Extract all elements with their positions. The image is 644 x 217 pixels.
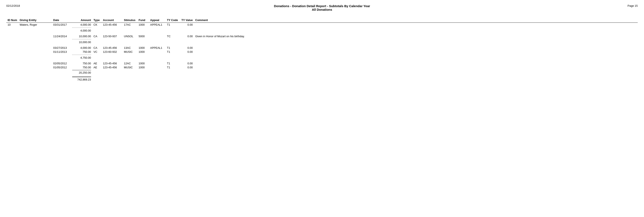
- dashed-spacer: [6, 38, 71, 40]
- subtotal-row-2017: 4,000.00: [6, 29, 638, 33]
- cell-fund: 1000: [138, 23, 149, 27]
- spacer-row: [6, 60, 638, 61]
- col-header-fund: Fund: [138, 18, 149, 23]
- table-row: 10 Waters, Roger 03/31/2017 4,000.00 CK …: [6, 23, 638, 27]
- col-header-entity: Giving Entity: [18, 18, 52, 23]
- subtotal-row-2013: 4,750.00: [6, 56, 638, 60]
- cell-appeal: [149, 34, 166, 38]
- col-header-type: Type: [92, 18, 102, 23]
- grand-total-value-row: 742,869.23: [6, 78, 638, 82]
- cell-tyvalue: 0.00: [180, 50, 194, 54]
- cell-type: AE: [92, 65, 102, 69]
- spacer-row: [6, 33, 638, 34]
- cell-account: 123-45-456: [102, 61, 123, 65]
- empty-cell: [92, 76, 638, 78]
- cell-tycode: T1: [166, 46, 180, 50]
- cell-appeal: [149, 50, 166, 54]
- subtotal-2014: 10,000.00: [71, 40, 92, 44]
- cell-comment: [194, 46, 638, 50]
- subtotal-label-space: [6, 29, 71, 33]
- cell-date: 01/05/2012: [52, 65, 71, 69]
- dashed-spacer: [6, 27, 71, 29]
- cell-account: 123-45-456: [102, 46, 123, 50]
- cell-comment: [194, 65, 638, 69]
- cell-stimulus: MUSIC: [123, 65, 138, 69]
- cell-date: 02/05/2012: [52, 61, 71, 65]
- dashed-line-cell: [71, 38, 92, 40]
- report-date: 02/12/2018: [6, 4, 27, 7]
- empty-cell: [92, 40, 638, 44]
- col-header-account: Account: [102, 18, 123, 23]
- col-header-stimulus: Stimulus: [123, 18, 138, 23]
- report-page: Page 15: [617, 4, 638, 7]
- table-row: 11/24/2014 10,000.00 CA 123-50-937 UNSOL…: [6, 34, 638, 38]
- col-header-tycode: TY Code: [166, 18, 180, 23]
- dashed-line-cell: [71, 54, 92, 56]
- dashed-spacer: [6, 54, 71, 56]
- table-row: 03/27/2013 4,000.00 CA 123-45-456 13AC 1…: [6, 46, 638, 50]
- grand-total-label-space: [6, 76, 71, 78]
- cell-date: 03/27/2013: [52, 46, 71, 50]
- spacer-row: [6, 44, 638, 46]
- col-header-idnum: ID Num: [6, 18, 18, 23]
- cell-account: 123-60-932: [102, 50, 123, 54]
- col-header-appeal: Appeal: [149, 18, 166, 23]
- empty-cell: [92, 78, 638, 82]
- cell-tyvalue: 0.00: [180, 46, 194, 50]
- cell-tycode: T1: [166, 65, 180, 69]
- table-row: 01/11/2013 750.00 VC 123-60-932 MUSIC 10…: [6, 50, 638, 54]
- entity-total-value-row: 20,250.00: [6, 71, 638, 75]
- cell-account: 123-50-937: [102, 34, 123, 38]
- cell-account: 123-45-456: [102, 65, 123, 69]
- grand-total-value: 742,869.23: [71, 78, 92, 82]
- cell-account: 123-45-456: [102, 23, 123, 27]
- dashed-line-row: [6, 38, 638, 40]
- cell-entity: [18, 61, 52, 65]
- empty-cell: [92, 29, 638, 33]
- cell-tycode: T1: [166, 23, 180, 27]
- cell-amount: 750.00: [71, 61, 92, 65]
- cell-tyvalue: 0.00: [180, 61, 194, 65]
- dashed-line-cell: [71, 27, 92, 29]
- dashed-line-row: [6, 27, 638, 29]
- column-header-row: ID Num Giving Entity Date Amount Type Ac…: [6, 18, 638, 23]
- subtotal-label-space: [6, 56, 71, 60]
- cell-fund: 1000: [138, 61, 149, 65]
- cell-type: CK: [92, 23, 102, 27]
- cell-fund: 1000: [138, 65, 149, 69]
- grand-total-value-space: [6, 78, 71, 82]
- grand-total-row: [6, 76, 638, 78]
- dashed-line-row: [6, 54, 638, 56]
- empty-cell: [92, 71, 638, 75]
- cell-appeal: APPEAL1: [149, 46, 166, 50]
- empty-cell: [92, 56, 638, 60]
- cell-idnum: [6, 65, 18, 69]
- cell-entity: Waters, Roger: [18, 23, 52, 27]
- report-title-line2: All Donations: [27, 8, 617, 11]
- empty-cell: [92, 27, 638, 29]
- cell-idnum: 10: [6, 23, 18, 27]
- subtotal-2017: 4,000.00: [71, 29, 92, 33]
- report-title: Donations - Donation Detail Report - Sub…: [27, 4, 617, 11]
- cell-type: AE: [92, 61, 102, 65]
- cell-type: VC: [92, 50, 102, 54]
- cell-comment: [194, 61, 638, 65]
- cell-amount: 750.00: [71, 50, 92, 54]
- cell-tyvalue: 0.00: [180, 65, 194, 69]
- cell-fund: 1000: [138, 46, 149, 50]
- cell-entity: [18, 34, 52, 38]
- cell-date: 01/11/2013: [52, 50, 71, 54]
- entity-total-value-space: [6, 71, 71, 75]
- cell-idnum: [6, 61, 18, 65]
- cell-amount: 10,000.00: [71, 34, 92, 38]
- cell-entity: [18, 50, 52, 54]
- cell-stimulus: MUSIC: [123, 50, 138, 54]
- cell-idnum: [6, 46, 18, 50]
- cell-tyvalue: 0.00: [180, 23, 194, 27]
- col-header-amount: Amount: [71, 18, 92, 23]
- cell-appeal: [149, 61, 166, 65]
- grand-total-line-cell: [71, 76, 92, 78]
- cell-appeal: [149, 65, 166, 69]
- col-header-date: Date: [52, 18, 71, 23]
- cell-tycode: TC: [166, 34, 180, 38]
